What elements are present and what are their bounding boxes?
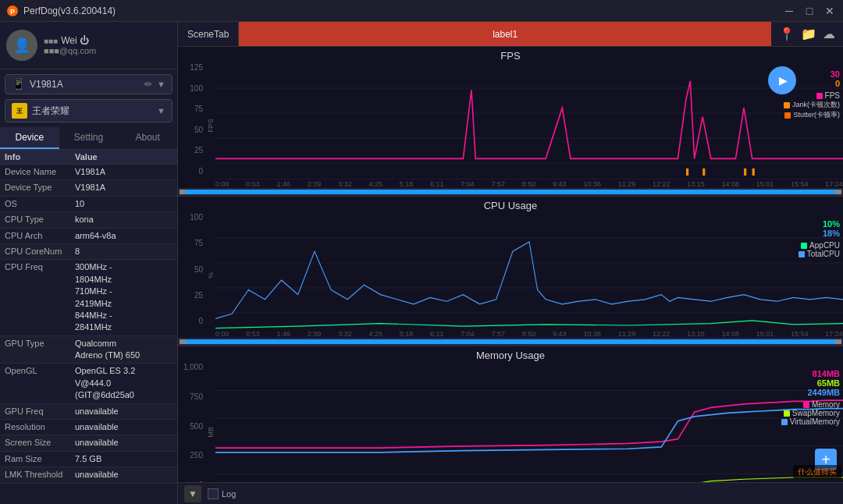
cpu-scrollbar-track[interactable] [180, 339, 841, 344]
info-val: V1981A [75, 182, 105, 193]
bottom-left-button[interactable]: ▼ [184, 485, 201, 502]
cloud-icon[interactable]: ☁ [823, 27, 835, 41]
info-key: Ram Size [5, 453, 75, 463]
location-icon[interactable]: 📍 [779, 27, 795, 41]
info-key: GPU Freq [5, 406, 75, 416]
game-name: 王者荣耀 [32, 105, 152, 118]
info-key: OpenGL [5, 365, 75, 375]
fps-yaxis-label: FPS [207, 119, 215, 133]
window-controls: ─ □ ✕ [782, 4, 837, 18]
info-val: OpenGL ES 3.2 V@444.0 (GIT@6dd25a0 [75, 365, 135, 401]
info-row: Screen Size unavailable [0, 435, 177, 451]
svg-rect-10 [752, 169, 755, 176]
fps-chart-area: 0:00 0:53 1:46 2:39 3:32 4:25 5:18 6:11 … [215, 63, 843, 188]
info-row: CPU Freq 300MHz - 1804MHz 710MHz - 2419M… [0, 260, 177, 335]
svg-rect-9 [744, 169, 746, 176]
info-key: CPU Type [5, 214, 75, 224]
avatar: 👤 [6, 30, 37, 61]
cpu-chart: CPU Usage 100 75 50 25 0 % [178, 197, 843, 346]
device-name: V1981A [30, 79, 140, 90]
play-button[interactable] [768, 66, 796, 94]
virtual-val: 2449MB [807, 388, 840, 397]
tab-about[interactable]: About [118, 127, 177, 149]
game-selector[interactable]: 王 王者荣耀 ▼ [5, 99, 173, 122]
memory-val: 814MB [813, 369, 840, 378]
swap-val: 65MB [817, 378, 840, 388]
info-row: Resolution unavailable [0, 420, 177, 435]
bottom-bar: ▼ Log [178, 482, 843, 504]
info-key: GPU Type [5, 338, 75, 348]
fps-chart-title: FPS [178, 47, 843, 63]
jank-val: 0 [835, 79, 840, 88]
cpu-yaxis: 100 75 50 25 0 [178, 213, 206, 338]
info-key: CPU Arch [5, 230, 75, 240]
cpu-xaxis: 0:00 0:53 1:46 2:39 3:32 4:25 5:18 6:11 … [215, 329, 843, 338]
cpu-chart-body: 100 75 50 25 0 % [178, 213, 843, 338]
jank-legend-item: Jank(卡顿次数) [784, 100, 840, 110]
info-val: unavailable [75, 406, 119, 417]
scene-tabbar: SceneTab label1 📍 📁 ☁ [178, 22, 843, 47]
left-panel: 👤 ■■■ Wei ⏻ ■■■@qq.com 📱 V1981A ✏ ▼ 王 [0, 22, 178, 504]
log-label: Log [222, 489, 236, 499]
scrollbar-left-handle[interactable] [180, 190, 186, 194]
fps-scrollbar-track[interactable] [180, 190, 841, 194]
minimize-button[interactable]: ─ [782, 4, 796, 18]
phone-icon: 📱 [12, 78, 25, 91]
top-right-icons: 📍 📁 ☁ [771, 27, 843, 41]
info-row: GPU Type Qualcomm Adreno (TM) 650 [0, 336, 177, 364]
info-header: Info Value [0, 150, 177, 165]
info-val: 10 [75, 198, 84, 210]
tab-device[interactable]: Device [0, 127, 59, 149]
edit-icon[interactable]: ✏ [144, 79, 152, 90]
info-key: Screen Size [5, 437, 75, 447]
tab-bar: Device Setting About [0, 127, 177, 150]
fps-yaxis: 125 100 75 50 25 0 [178, 63, 206, 188]
titlebar: P PerfDog(v3.6.200414) ─ □ ✕ [0, 0, 843, 22]
log-checkbox-area[interactable]: Log [208, 488, 236, 499]
main-layout: 👤 ■■■ Wei ⏻ ■■■@qq.com 📱 V1981A ✏ ▼ 王 [0, 22, 843, 504]
info-key: Resolution [5, 421, 75, 431]
memory-chart-title: Memory Usage [178, 346, 843, 363]
tab-setting[interactable]: Setting [59, 127, 119, 149]
info-val: unavailable [75, 437, 119, 449]
device-selector[interactable]: 📱 V1981A ✏ ▼ [5, 74, 173, 94]
game-dropdown-icon[interactable]: ▼ [157, 106, 165, 115]
info-val: unavailable [75, 469, 119, 481]
scene-tab-label[interactable]: SceneTab [178, 22, 239, 46]
svg-text:P: P [10, 8, 15, 16]
maximize-button[interactable]: □ [802, 4, 816, 18]
cpu-scrollbar-right[interactable] [835, 339, 841, 344]
memory-yaxis-label: MB [207, 427, 215, 438]
cpu-chart-title: CPU Usage [178, 197, 843, 213]
memory-legend: 814MB 65MB 2449MB Memory [781, 369, 840, 426]
stutter-legend-item: Stutter(卡顿率) [784, 110, 840, 120]
scrollbar-right-handle[interactable] [835, 190, 841, 194]
cpu-scrollbar[interactable] [178, 338, 843, 346]
info-row: CPU Type kona [0, 212, 177, 228]
info-val: V1981A [75, 166, 105, 178]
log-checkbox[interactable] [208, 488, 219, 499]
info-val: Qualcomm Adreno (TM) 650 [75, 338, 140, 362]
header-value: Value [75, 152, 98, 161]
charts-area[interactable]: FPS 125 100 75 50 25 0 FPS [178, 47, 843, 482]
cpu-scrollbar-left[interactable] [180, 339, 186, 344]
info-rows: Device Name V1981A Device Type V1981A OS… [0, 165, 177, 484]
dropdown-icon[interactable]: ▼ [157, 80, 165, 89]
info-key: Device Name [5, 166, 75, 176]
memory-svg [215, 363, 843, 482]
info-row: OpenGL OpenGL ES 3.2 V@444.0 (GIT@6dd25a… [0, 364, 177, 403]
info-key: OS [5, 198, 75, 208]
user-area: 👤 ■■■ Wei ⏻ ■■■@qq.com [0, 22, 177, 69]
cpu-legend: 10% 18% AppCPU [799, 219, 840, 258]
info-key: CPU Freq [5, 261, 75, 272]
info-row: Ram Size 7.5 GB [0, 452, 177, 467]
cpu-yaxis-label: % [207, 272, 215, 279]
user-email: ■■■@qq.com [44, 46, 96, 55]
info-row: GPU Freq unavailable [0, 404, 177, 420]
close-button[interactable]: ✕ [823, 4, 837, 18]
label1-tab[interactable]: label1 [239, 22, 771, 46]
info-row: CPU CoreNum 8 [0, 244, 177, 260]
folder-icon[interactable]: 📁 [801, 27, 816, 41]
fps-scrollbar[interactable] [178, 188, 843, 196]
info-val: kona [75, 214, 94, 225]
